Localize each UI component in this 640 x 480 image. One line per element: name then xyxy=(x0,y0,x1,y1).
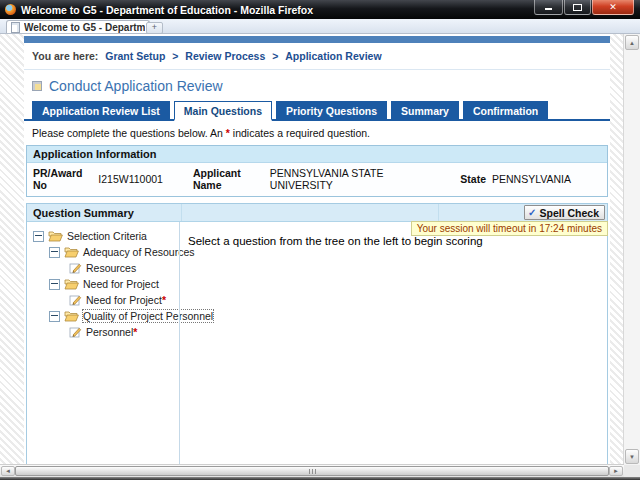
collapse-icon[interactable] xyxy=(49,247,60,258)
spell-check-icon: ✓ xyxy=(528,207,536,218)
section-tabs: Application Review List Main Questions P… xyxy=(24,101,610,121)
tree-node-quality-of-project-personnel[interactable]: Quality of Project Personnel xyxy=(27,308,179,324)
tree-node-label: Need for Project xyxy=(86,294,162,306)
state-value: PENNSYLVANIA xyxy=(492,173,571,185)
window-title: Welcome to G5 - Department of Education … xyxy=(21,4,313,16)
heading-bullet-icon xyxy=(32,81,42,91)
tree-node-label: Personnel xyxy=(86,326,133,338)
collapse-icon[interactable] xyxy=(49,311,60,322)
instruction-prefix: Please complete the questions below. An xyxy=(32,127,226,139)
application-information-header: Application Information xyxy=(27,146,607,163)
tab-priority-questions[interactable]: Priority Questions xyxy=(276,101,387,119)
instruction-suffix: indicates a required question. xyxy=(230,127,370,139)
header-spacer xyxy=(182,204,439,221)
state-label: State xyxy=(460,173,486,185)
question-summary-panel: Question Summary ✓ Spell Check Your sess… xyxy=(26,203,608,465)
close-button[interactable]: ✕ xyxy=(592,0,634,15)
tree-node-label: Selection Criteria xyxy=(67,230,147,242)
horizontal-scrollbar[interactable]: ◄ ► xyxy=(0,464,624,477)
minimize-icon xyxy=(545,4,552,10)
scroll-up-icon[interactable]: ▲ xyxy=(625,35,639,50)
tree-node-personnel[interactable]: Personnel* xyxy=(27,324,179,340)
applicant-name-value: PENNSYLVANIA STATE UNIVERSITY xyxy=(270,167,430,191)
folder-open-icon xyxy=(64,278,79,290)
required-asterisk: * xyxy=(133,326,137,338)
tree-node-resources[interactable]: Resources xyxy=(27,260,179,276)
folder-open-icon xyxy=(48,230,63,242)
tab-confirmation[interactable]: Confirmation xyxy=(463,101,548,119)
pr-award-no-label: PR/Award No xyxy=(33,167,92,191)
header-right-cell: ✓ Spell Check xyxy=(439,204,607,221)
tree-node-need-for-project-folder[interactable]: Need for Project xyxy=(27,276,179,292)
scroll-down-icon[interactable]: ▼ xyxy=(625,449,639,464)
collapse-icon[interactable] xyxy=(33,231,44,242)
firefox-icon xyxy=(5,4,16,15)
spell-check-label: Spell Check xyxy=(539,207,599,219)
folder-open-icon xyxy=(64,310,79,322)
collapse-icon[interactable] xyxy=(49,279,60,290)
tab-summary[interactable]: Summary xyxy=(391,101,459,119)
question-summary-title: Question Summary xyxy=(27,204,182,221)
breadcrumb-separator: > xyxy=(272,50,278,62)
page-icon xyxy=(11,22,20,33)
page-viewport: You are here: Grant Setup > Review Proce… xyxy=(0,34,624,465)
spell-check-button[interactable]: ✓ Spell Check xyxy=(524,205,605,220)
breadcrumb-link-review-process[interactable]: Review Process xyxy=(185,50,265,62)
tab-application-review-list[interactable]: Application Review List xyxy=(32,101,170,119)
page-accent-bar xyxy=(24,36,610,43)
tree-node-label: Adequacy of Resources xyxy=(83,246,194,258)
window-controls: ✕ xyxy=(533,0,634,15)
page-body: You are here: Grant Setup > Review Proce… xyxy=(24,34,610,465)
breadcrumb-link-grant-setup[interactable]: Grant Setup xyxy=(105,50,165,62)
breadcrumb: You are here: Grant Setup > Review Proce… xyxy=(24,43,610,66)
tab-main-questions[interactable]: Main Questions xyxy=(174,101,272,121)
maximize-button[interactable] xyxy=(564,0,591,15)
edit-question-icon xyxy=(69,294,82,306)
tree-node-label: Need for Project xyxy=(83,278,159,290)
question-tree: Selection Criteria Adequacy of Resources… xyxy=(27,222,179,464)
tree-node-adequacy-of-resources[interactable]: Adequacy of Resources xyxy=(27,244,179,260)
page-title-text: Conduct Application Review xyxy=(49,78,223,94)
scoring-content-area: Select a question from the tree on the l… xyxy=(179,222,607,464)
breadcrumb-separator: > xyxy=(172,50,178,62)
scroll-right-icon[interactable]: ► xyxy=(609,466,623,476)
maximize-icon xyxy=(573,4,582,11)
browser-tab-strip: Welcome to G5 - Department of Edu... + xyxy=(0,19,640,34)
content-placeholder-text: Select a question from the tree on the l… xyxy=(188,235,483,247)
new-tab-button[interactable]: + xyxy=(146,22,163,34)
horizontal-scrollbar-thumb[interactable] xyxy=(15,466,609,476)
tree-node-need-for-project-question[interactable]: Need for Project* xyxy=(27,292,179,308)
question-summary-header: Question Summary ✓ Spell Check xyxy=(27,204,607,222)
breadcrumb-prefix: You are here: xyxy=(32,50,98,62)
tree-node-label: Resources xyxy=(86,262,136,274)
tree-node-selection-criteria[interactable]: Selection Criteria xyxy=(27,228,179,244)
scrollbar-grip xyxy=(309,469,316,474)
applicant-name-label: Applicant Name xyxy=(193,167,264,191)
instruction-text: Please complete the questions below. An … xyxy=(32,127,610,139)
session-timeout-message: Your session will timeout in 17:24 minut… xyxy=(411,221,608,236)
scroll-left-icon[interactable]: ◄ xyxy=(1,466,15,476)
minimize-button[interactable] xyxy=(534,0,563,15)
application-information-panel: Application Information PR/Award No I215… xyxy=(26,145,608,197)
edit-question-icon xyxy=(69,326,82,338)
browser-tab-title: Welcome to G5 - Department of Edu... xyxy=(24,22,145,33)
browser-tab[interactable]: Welcome to G5 - Department of Edu... xyxy=(6,20,150,33)
edit-question-icon xyxy=(69,262,82,274)
breadcrumb-link-application-review[interactable]: Application Review xyxy=(285,50,381,62)
window-titlebar: Welcome to G5 - Department of Education … xyxy=(0,0,640,19)
breadcrumb-divider xyxy=(24,69,610,70)
folder-open-icon xyxy=(64,246,79,258)
question-summary-body: Selection Criteria Adequacy of Resources… xyxy=(27,222,607,464)
page-title: Conduct Application Review xyxy=(32,78,610,94)
required-asterisk: * xyxy=(162,294,166,306)
vertical-scrollbar[interactable]: ▲ ▼ xyxy=(623,34,640,465)
scrollbar-corner xyxy=(624,465,640,477)
application-information-fields: PR/Award No I215W110001 Applicant Name P… xyxy=(27,163,607,196)
pr-award-no-value: I215W110001 xyxy=(98,173,163,185)
